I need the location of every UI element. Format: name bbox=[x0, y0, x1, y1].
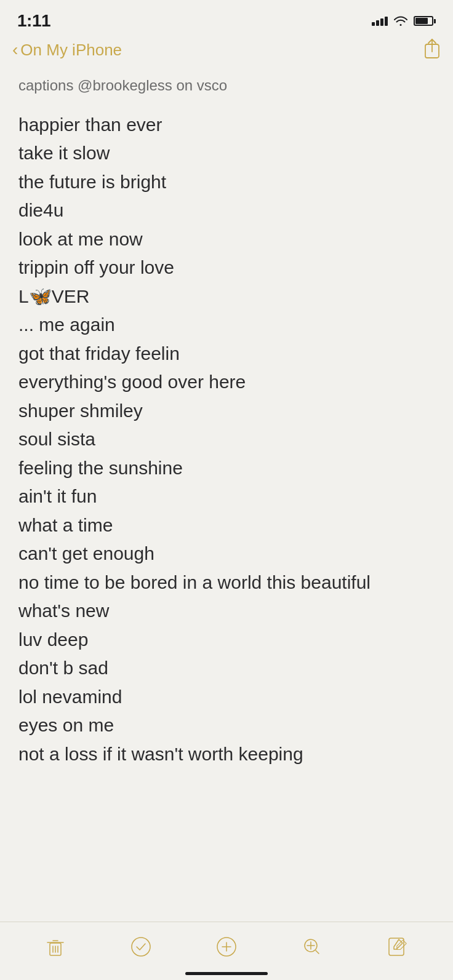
home-indicator bbox=[185, 972, 268, 975]
list-item: look at me now bbox=[18, 225, 435, 254]
search-button[interactable] bbox=[297, 932, 327, 962]
list-item: not a loss if it wasn't worth keeping bbox=[18, 740, 435, 769]
list-item: luv deep bbox=[18, 626, 435, 655]
status-time: 1:11 bbox=[17, 11, 50, 31]
list-item: shuper shmiley bbox=[18, 397, 435, 426]
back-label: On My iPhone bbox=[20, 41, 122, 60]
header-text: captions @brookegless on vsco bbox=[18, 75, 435, 96]
share-button[interactable] bbox=[423, 38, 441, 62]
list-item: L🦋VER bbox=[18, 282, 435, 311]
list-item: no time to be bored in a world this beau… bbox=[18, 568, 435, 597]
list-item: soul sista bbox=[18, 425, 435, 454]
svg-point-2 bbox=[132, 938, 150, 956]
nav-bar: ‹ On My iPhone bbox=[0, 33, 453, 69]
list-item: ... me again bbox=[18, 311, 435, 340]
check-button[interactable] bbox=[126, 932, 156, 962]
list-item: happier than ever bbox=[18, 111, 435, 140]
list-item: what a time bbox=[18, 511, 435, 540]
list-item: lol nevamind bbox=[18, 683, 435, 712]
signal-icon bbox=[372, 17, 388, 26]
status-bar: 1:11 bbox=[0, 0, 453, 33]
list-item: the future is bright bbox=[18, 168, 435, 197]
svg-rect-5 bbox=[389, 938, 404, 955]
list-item: got that friday feelin bbox=[18, 340, 435, 368]
delete-button[interactable] bbox=[41, 932, 70, 962]
back-button[interactable]: ‹ On My iPhone bbox=[12, 40, 122, 60]
edit-button[interactable] bbox=[383, 932, 412, 962]
battery-icon bbox=[414, 16, 436, 26]
captions-list: happier than evertake it slowthe future … bbox=[18, 111, 435, 769]
list-item: can't get enough bbox=[18, 540, 435, 568]
list-item: what's new bbox=[18, 597, 435, 626]
add-button[interactable] bbox=[212, 932, 241, 962]
list-item: take it slow bbox=[18, 139, 435, 168]
content-area: captions @brookegless on vsco happier th… bbox=[0, 69, 453, 842]
list-item: don't b sad bbox=[18, 654, 435, 683]
list-item: trippin off your love bbox=[18, 253, 435, 282]
list-item: ain't it fun bbox=[18, 482, 435, 511]
status-icons bbox=[372, 16, 436, 26]
list-item: feeling the sunshine bbox=[18, 454, 435, 483]
list-item: everything's good over here bbox=[18, 368, 435, 397]
list-item: die4u bbox=[18, 196, 435, 225]
list-item: eyes on me bbox=[18, 711, 435, 740]
back-chevron-icon: ‹ bbox=[12, 40, 18, 60]
wifi-icon bbox=[394, 16, 407, 26]
bottom-toolbar bbox=[0, 922, 453, 980]
